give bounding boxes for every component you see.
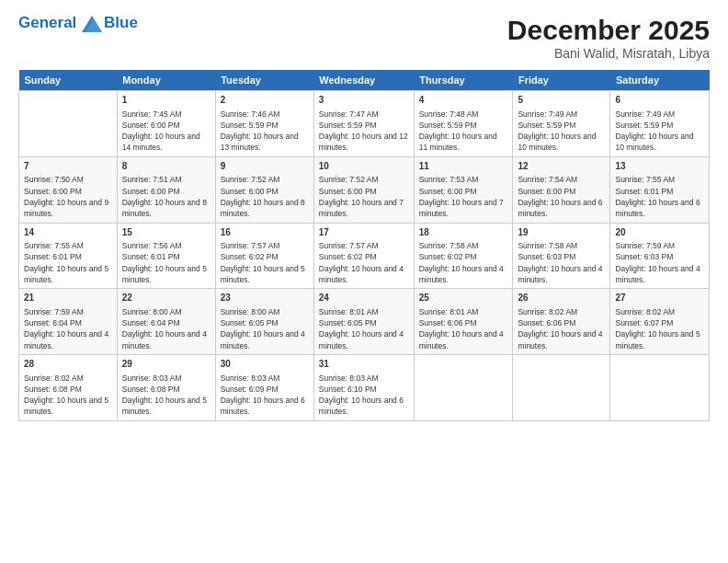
sunset: Sunset: 6:00 PM [122,121,180,130]
logo-blue: Blue [104,15,138,32]
day-number: 5 [518,94,605,108]
cell-week4-day3: 24Sunrise: 8:01 AMSunset: 6:05 PMDayligh… [313,289,414,355]
cell-week3-day0: 14Sunrise: 7:55 AMSunset: 6:01 PMDayligh… [19,223,118,289]
day-number: 6 [615,94,704,108]
day-number: 13 [615,160,704,174]
location-title: Bani Walid, Misratah, Libya [507,46,710,61]
sunset: Sunset: 6:08 PM [122,385,180,394]
day-number: 9 [221,160,309,174]
cell-week1-day5: 5Sunrise: 7:49 AMSunset: 5:59 PMDaylight… [513,91,610,157]
cell-week5-day0: 28Sunrise: 8:02 AMSunset: 6:08 PMDayligh… [19,355,118,421]
day-number: 12 [518,160,605,174]
cell-week5-day4 [414,355,513,421]
sunset: Sunset: 6:07 PM [615,318,673,327]
cell-week4-day0: 21Sunrise: 7:59 AMSunset: 6:04 PMDayligh… [19,289,118,355]
sunset: Sunset: 6:04 PM [122,318,180,327]
sunrise: Sunrise: 7:49 AM [615,109,675,119]
week-row-4: 21Sunrise: 7:59 AMSunset: 6:04 PMDayligh… [19,289,710,355]
day-number: 3 [319,94,409,108]
col-header-saturday: Saturday [610,70,710,91]
logo-icon [82,16,102,32]
day-number: 2 [221,94,309,108]
daylight: Daylight: 10 hours and 6 minutes. [319,396,404,416]
week-row-2: 7Sunrise: 7:50 AMSunset: 6:00 PMDaylight… [19,156,710,223]
sunrise: Sunrise: 8:03 AM [319,373,379,383]
cell-week2-day0: 7Sunrise: 7:50 AMSunset: 6:00 PMDaylight… [19,156,118,223]
sunset: Sunset: 6:05 PM [319,318,377,327]
daylight: Daylight: 10 hours and 5 minutes. [24,264,108,284]
cell-week1-day1: 1Sunrise: 7:45 AMSunset: 6:00 PMDaylight… [117,91,215,157]
title-block: December 2025 Bani Walid, Misratah, Liby… [507,15,710,61]
cell-week4-day1: 22Sunrise: 8:00 AMSunset: 6:04 PMDayligh… [117,289,215,355]
day-number: 1 [122,94,210,108]
daylight: Daylight: 10 hours and 4 minutes. [518,329,602,350]
day-number: 14 [24,226,112,240]
cell-week1-day3: 3Sunrise: 7:47 AMSunset: 5:59 PMDaylight… [313,91,414,157]
daylight: Daylight: 10 hours and 5 minutes. [615,329,700,350]
sunset: Sunset: 6:09 PM [221,385,279,394]
day-number: 28 [24,358,112,372]
logo: General Blue [18,15,138,32]
sunrise: Sunrise: 8:03 AM [221,373,280,383]
cell-week4-day2: 23Sunrise: 8:00 AMSunset: 6:05 PMDayligh… [215,289,313,355]
cell-week5-day1: 29Sunrise: 8:03 AMSunset: 6:08 PMDayligh… [117,355,215,421]
daylight: Daylight: 10 hours and 5 minutes. [122,264,207,284]
sunrise: Sunrise: 8:02 AM [615,307,675,316]
cell-week3-day2: 16Sunrise: 7:57 AMSunset: 6:02 PMDayligh… [215,223,313,289]
cell-week3-day5: 19Sunrise: 7:58 AMSunset: 6:03 PMDayligh… [513,223,610,289]
sunset: Sunset: 6:01 PM [24,252,82,261]
sunset: Sunset: 6:06 PM [518,318,575,327]
sunrise: Sunrise: 8:01 AM [319,307,379,316]
sunrise: Sunrise: 7:59 AM [615,241,675,250]
logo-general: General [18,14,76,31]
day-number: 16 [221,226,309,240]
cell-week2-day2: 9Sunrise: 7:52 AMSunset: 6:00 PMDaylight… [215,156,313,223]
sunrise: Sunrise: 7:54 AM [518,175,577,184]
daylight: Daylight: 10 hours and 6 minutes. [518,198,602,218]
cell-week5-day3: 31Sunrise: 8:03 AMSunset: 6:10 PMDayligh… [313,355,414,421]
daylight: Daylight: 10 hours and 9 minutes. [24,198,108,218]
sunset: Sunset: 5:59 PM [518,121,575,130]
cell-week1-day0 [19,91,118,157]
cell-week2-day3: 10Sunrise: 7:52 AMSunset: 6:00 PMDayligh… [313,156,414,223]
col-header-friday: Friday [513,70,610,91]
sunset: Sunset: 6:03 PM [518,252,575,261]
page: General Blue December 2025 Bani Walid, M… [0,0,728,563]
sunset: Sunset: 6:00 PM [24,187,82,196]
day-number: 11 [419,160,508,174]
daylight: Daylight: 10 hours and 4 minutes. [122,329,207,350]
day-number: 30 [221,358,309,372]
sunrise: Sunrise: 7:58 AM [518,241,577,250]
sunrise: Sunrise: 7:55 AM [24,241,84,250]
sunrise: Sunrise: 8:02 AM [518,307,577,316]
sunrise: Sunrise: 7:47 AM [319,109,379,119]
sunrise: Sunrise: 7:48 AM [419,109,479,119]
cell-week3-day6: 20Sunrise: 7:59 AMSunset: 6:03 PMDayligh… [610,223,710,289]
sunset: Sunset: 6:03 PM [615,252,673,261]
sunset: Sunset: 6:06 PM [419,318,477,327]
col-header-thursday: Thursday [414,70,513,91]
cell-week5-day2: 30Sunrise: 8:03 AMSunset: 6:09 PMDayligh… [215,355,313,421]
daylight: Daylight: 10 hours and 6 minutes. [615,198,700,218]
day-number: 24 [319,292,409,305]
cell-week5-day6 [610,355,710,421]
sunset: Sunset: 6:10 PM [319,385,377,394]
daylight: Daylight: 10 hours and 4 minutes. [319,329,404,350]
header: General Blue December 2025 Bani Walid, M… [18,15,710,61]
day-number: 22 [122,292,210,305]
daylight: Daylight: 10 hours and 7 minutes. [419,198,504,218]
daylight: Daylight: 10 hours and 8 minutes. [221,198,305,218]
daylight: Daylight: 10 hours and 11 minutes. [419,132,497,152]
sunrise: Sunrise: 7:49 AM [518,109,577,119]
sunrise: Sunrise: 7:46 AM [221,109,280,119]
logo-text: General [18,15,102,32]
day-number: 31 [319,358,409,372]
day-number: 29 [122,358,210,372]
daylight: Daylight: 10 hours and 4 minutes. [221,329,305,350]
sunset: Sunset: 5:59 PM [615,121,673,130]
sunrise: Sunrise: 7:52 AM [319,175,379,184]
calendar-table: SundayMondayTuesdayWednesdayThursdayFrid… [18,70,710,421]
day-number: 25 [419,292,508,305]
sunrise: Sunrise: 8:00 AM [122,307,182,316]
sunrise: Sunrise: 7:50 AM [24,175,84,184]
